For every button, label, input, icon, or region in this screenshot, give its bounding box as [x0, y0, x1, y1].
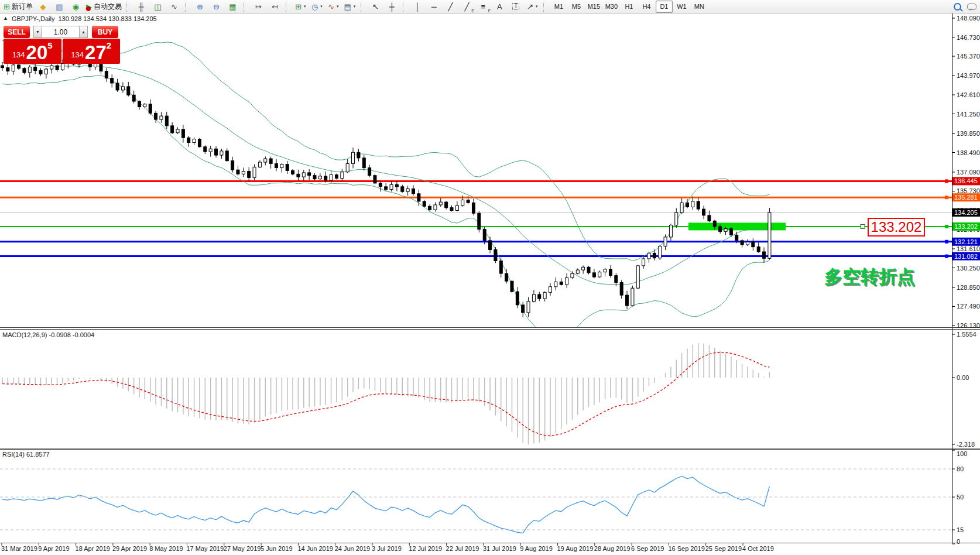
bear-candle	[735, 235, 738, 241]
candlestick-chart-button[interactable]: ◫	[150, 1, 166, 13]
bar-chart-button[interactable]: ╫	[133, 1, 149, 13]
bear-candle	[587, 267, 590, 273]
toolbar-separator	[244, 2, 248, 12]
timeframe-m15[interactable]: M15	[585, 1, 602, 13]
bull-candle	[532, 294, 535, 302]
price-annotation-box[interactable]: 133.202	[868, 218, 925, 237]
volume-input[interactable]	[42, 26, 79, 38]
line-end-marker[interactable]	[945, 240, 948, 244]
zoom-in-button[interactable]: ⊕	[192, 1, 208, 13]
bull-candle	[631, 288, 634, 306]
new-chart-button[interactable]: ⊞▾	[293, 1, 309, 13]
text-label-button[interactable]: T	[508, 1, 524, 13]
timeframe-d1[interactable]: D1	[656, 1, 673, 13]
horizontal-line-button[interactable]: ─	[426, 1, 442, 13]
volume-decrease-button[interactable]: ▼	[33, 26, 42, 38]
axis-label: 0.00	[957, 374, 969, 381]
bid-price-display[interactable]: 134 20 5	[4, 39, 61, 64]
toolbar-separator	[286, 2, 290, 12]
bear-candle	[729, 229, 732, 235]
bear-candle	[626, 295, 629, 306]
bear-candle	[763, 252, 766, 258]
arrows-icon: ↗	[527, 3, 533, 11]
bull-candle	[675, 213, 678, 225]
bear-candle	[39, 70, 42, 74]
profiles-button[interactable]: ◷▾	[309, 1, 325, 13]
bear-candle	[308, 173, 311, 176]
autotrading-button[interactable]: ▶自动交易	[84, 1, 124, 13]
bear-candle	[297, 174, 300, 177]
bear-candle	[757, 247, 760, 252]
signals-button[interactable]: ◉	[68, 1, 84, 13]
bear-candle	[609, 269, 612, 276]
charts-icon: ◆	[40, 3, 46, 11]
vertical-line-button[interactable]: │	[410, 1, 426, 13]
tile-windows-button[interactable]: ▦	[225, 1, 241, 13]
zoom-out-button[interactable]: ⊖	[208, 1, 224, 13]
date-label: 16 Sep 2019	[668, 545, 704, 552]
bear-candle	[187, 138, 190, 142]
bear-candle	[374, 176, 376, 183]
bull-candle	[659, 246, 662, 258]
axis-label: 131.610	[957, 245, 980, 252]
bull-candle	[193, 139, 196, 143]
bull-candle	[647, 253, 650, 259]
bear-candle	[149, 104, 152, 114]
bear-candle	[741, 241, 743, 245]
trendline-button[interactable]: ╱	[443, 1, 458, 13]
text-button[interactable]: A	[492, 1, 508, 13]
fibonacci-button[interactable]: ≡F	[475, 1, 491, 13]
date-label: 24 Jun 2019	[335, 545, 371, 552]
line-end-marker[interactable]	[945, 196, 948, 199]
axis-label: 137.090	[957, 169, 980, 176]
volume-increase-button[interactable]: ▲	[79, 26, 88, 38]
bull-candle	[346, 163, 349, 172]
date-label: 18 Apr 2019	[76, 545, 110, 552]
new-order-button[interactable]: ⊞新订单	[2, 1, 35, 13]
line-end-marker[interactable]	[945, 179, 948, 183]
market-watch-button[interactable]: ▥	[52, 1, 67, 13]
timeframe-m30[interactable]: M30	[603, 1, 620, 13]
sell-button[interactable]: SELL	[4, 26, 30, 38]
axis-label: 134.205	[954, 209, 978, 216]
arrows-button[interactable]: ↗▾	[525, 1, 540, 13]
timeframe-mn[interactable]: MN	[691, 1, 708, 13]
bear-candle	[653, 253, 656, 258]
line-end-marker[interactable]	[945, 255, 948, 258]
line-chart-button[interactable]: ∿	[166, 1, 182, 13]
charts-button[interactable]: ◆	[35, 1, 51, 13]
toolbar-separator	[126, 2, 131, 12]
chart-shift-button[interactable]: ↤	[267, 1, 283, 13]
equidistant-channel-button[interactable]: ╱E	[459, 1, 475, 13]
timeframe-m5[interactable]: M5	[568, 1, 585, 13]
cursor-button[interactable]: ↖	[368, 1, 383, 13]
trade-panel-collapse-icon[interactable]: ▲	[3, 15, 8, 22]
buy-button[interactable]: BUY	[92, 26, 118, 38]
timeframe-h4[interactable]: H4	[638, 1, 655, 13]
new-chart-dropdown-icon: ▾	[304, 4, 306, 9]
bull-candle	[642, 259, 645, 266]
bull-candle	[455, 205, 458, 210]
date-label: 5 Jun 2019	[261, 545, 292, 552]
auto-scroll-button[interactable]: ↦	[251, 1, 266, 13]
timeframe-w1[interactable]: W1	[673, 1, 690, 13]
timeframe-m1[interactable]: M1	[550, 1, 567, 13]
ask-price-display[interactable]: 134 27 2	[63, 39, 121, 64]
axis-label: 146.730	[957, 34, 980, 41]
indicators-dropdown-icon: ▾	[337, 4, 339, 9]
search-icon[interactable]	[954, 3, 961, 11]
templates-button[interactable]: ▤▾	[342, 1, 358, 13]
axis-label: 126.130	[957, 322, 980, 329]
axis-label: -2.318	[957, 441, 975, 448]
date-label: 8 May 2019	[149, 545, 183, 552]
green-line-handle[interactable]	[861, 224, 865, 228]
crosshair-button[interactable]: ┼	[384, 1, 400, 13]
bear-candle	[395, 184, 398, 187]
line-end-marker[interactable]	[945, 225, 948, 228]
indicators-button[interactable]: ∿▾	[325, 1, 341, 13]
chat-icon[interactable]	[967, 4, 976, 10]
bear-candle	[615, 276, 618, 283]
zoom-in-icon: ⊕	[197, 3, 203, 11]
bear-candle	[269, 159, 272, 163]
timeframe-h1[interactable]: H1	[621, 1, 638, 13]
